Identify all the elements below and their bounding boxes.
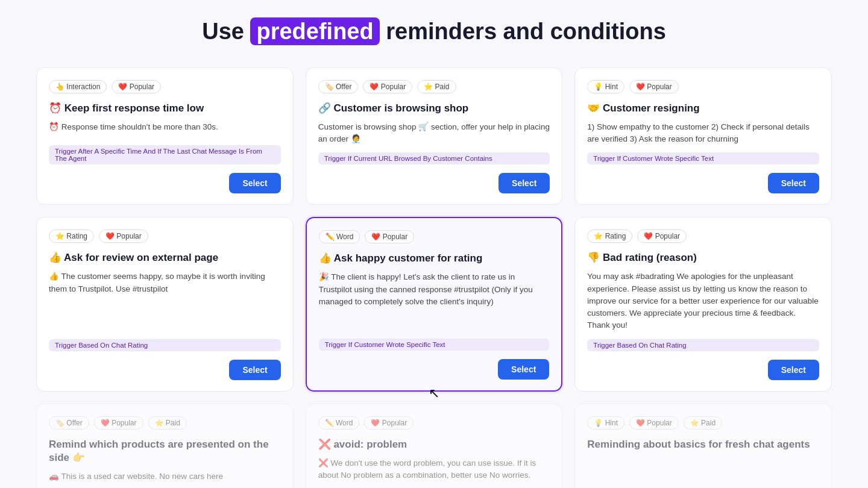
tag-interaction: 👆 Interaction — [49, 80, 107, 93]
tag-paid: ⭐ Paid — [148, 416, 187, 430]
trigger-badge: Trigger If Customer Wrote Specific Text — [319, 339, 550, 351]
card-tags: 👆 Interaction❤️ Popular — [49, 80, 281, 93]
card-description: 🎉 The client is happy! Let's ask the cli… — [319, 271, 550, 331]
tag-popular: ❤️ Popular — [629, 80, 679, 93]
card-description — [587, 457, 819, 488]
card-reminding-basics: 💡 Hint❤️ Popular⭐ PaidReminding about ba… — [574, 404, 832, 488]
card-footer: Select — [49, 360, 281, 380]
card-title: 👍 Ask happy customer for rating — [319, 252, 550, 265]
card-title: 👎 Bad rating (reason) — [587, 251, 819, 264]
tag-word: ✏️ Word — [319, 230, 360, 243]
card-ask-review: ⭐ Rating❤️ Popular👍 Ask for review on ex… — [36, 217, 294, 391]
card-bad-rating: ⭐ Rating❤️ Popular👎 Bad rating (reason)Y… — [574, 217, 832, 391]
tag-word: ✏️ Word — [318, 416, 360, 430]
card-description: ❌ We don't use the word problem, you can… — [318, 457, 550, 488]
card-description: You may ask #badrating We apologies for … — [587, 271, 819, 331]
card-description: 1) Show empathy to the customer 2) Check… — [587, 121, 819, 146]
card-title: Remind which products are presented on t… — [49, 438, 281, 465]
card-tags: ✏️ Word❤️ Popular — [318, 416, 550, 430]
card-title: ❌ avoid: problem — [318, 438, 550, 451]
card-description: 👍 The customer seems happy, so maybe it … — [49, 271, 281, 331]
card-tags: 💡 Hint❤️ Popular — [587, 80, 819, 93]
trigger-badge: Trigger Based On Chat Rating — [587, 339, 819, 351]
card-footer: Select — [587, 173, 819, 193]
trigger-badge: Trigger If Current URL Browsed By Custom… — [318, 152, 550, 164]
card-description: 🚗 This is a used car website. No new car… — [49, 471, 281, 488]
select-button[interactable]: Select — [768, 360, 819, 380]
trigger-badge: Trigger Based On Chat Rating — [49, 339, 281, 351]
card-footer: Select — [587, 360, 819, 380]
tag-popular: ❤️ Popular — [365, 230, 414, 243]
select-button[interactable]: Select — [768, 173, 819, 193]
select-button[interactable]: Select — [229, 360, 280, 380]
trigger-badge: Trigger If Customer Wrote Specific Text — [587, 152, 819, 164]
card-title: ⏰ Keep first response time low — [49, 102, 281, 115]
card-tags: 🏷️ Offer❤️ Popular⭐ Paid — [49, 416, 281, 430]
card-footer: Select — [319, 359, 550, 380]
tag-hint: 💡 Hint — [587, 80, 624, 93]
tag-paid: ⭐ Paid — [417, 80, 456, 93]
tag-offer: 🏷️ Offer — [49, 416, 89, 430]
card-customer-resigning: 💡 Hint❤️ Popular🤝 Customer resigning1) S… — [574, 67, 832, 205]
tag-popular: ❤️ Popular — [629, 416, 679, 430]
select-button[interactable]: Select — [498, 173, 550, 193]
tag-hint: 💡 Hint — [587, 416, 624, 430]
card-footer: Select — [49, 173, 281, 193]
cards-grid: 👆 Interaction❤️ Popular⏰ Keep first resp… — [36, 67, 832, 488]
tag-popular: ❤️ Popular — [94, 416, 143, 430]
card-description: Customer is browsing shop 🛒 section, off… — [318, 121, 550, 146]
card-customer-browsing: 🏷️ Offer❤️ Popular⭐ Paid🔗 Customer is br… — [306, 67, 563, 205]
trigger-badge: Trigger After A Specific Time And If The… — [49, 145, 281, 164]
card-tags: 💡 Hint❤️ Popular⭐ Paid — [587, 416, 819, 430]
tag-offer: 🏷️ Offer — [318, 80, 359, 93]
card-title: 👍 Ask for review on external page — [49, 251, 281, 264]
card-description: ⏰ Response time shouldn't be more than 3… — [49, 121, 281, 139]
card-avoid-problem: ✏️ Word❤️ Popular❌ avoid: problem❌ We do… — [306, 404, 563, 488]
tag-popular: ❤️ Popular — [637, 230, 687, 243]
card-title: Reminding about basics for fresh chat ag… — [587, 438, 819, 451]
tag-popular: ❤️ Popular — [112, 80, 161, 93]
card-remind-products: 🏷️ Offer❤️ Popular⭐ PaidRemind which pro… — [36, 404, 294, 488]
tag-popular: ❤️ Popular — [99, 230, 148, 243]
card-ask-happy-rating: ✏️ Word❤️ Popular👍 Ask happy customer fo… — [306, 217, 563, 391]
tag-popular: ❤️ Popular — [364, 416, 414, 430]
cursor-indicator: ↖ — [429, 386, 439, 401]
card-tags: ⭐ Rating❤️ Popular — [587, 230, 819, 243]
tag-popular: ❤️ Popular — [363, 80, 412, 93]
card-tags: ✏️ Word❤️ Popular — [319, 230, 550, 243]
select-button[interactable]: Select — [498, 359, 549, 380]
tag-rating: ⭐ Rating — [49, 230, 94, 243]
card-title: 🤝 Customer resigning — [587, 102, 819, 115]
tag-paid: ⭐ Paid — [684, 416, 722, 430]
card-tags: ⭐ Rating❤️ Popular — [49, 230, 281, 243]
card-title: 🔗 Customer is browsing shop — [318, 102, 550, 115]
page-title: Use predefined reminders and conditions — [36, 18, 832, 46]
card-footer: Select — [318, 173, 550, 193]
card-keep-response-time: 👆 Interaction❤️ Popular⏰ Keep first resp… — [36, 67, 294, 205]
tag-rating: ⭐ Rating — [587, 230, 632, 243]
card-tags: 🏷️ Offer❤️ Popular⭐ Paid — [318, 80, 550, 93]
select-button[interactable]: Select — [229, 173, 280, 193]
